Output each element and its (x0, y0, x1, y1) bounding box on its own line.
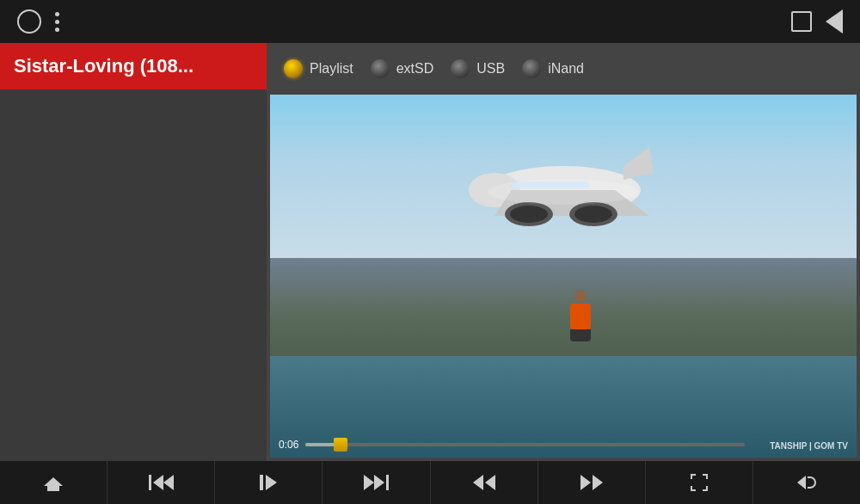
svg-point-9 (488, 179, 639, 205)
fullscreen-icon (691, 474, 708, 491)
person-head (574, 290, 587, 302)
ff-tri-1 (580, 475, 591, 490)
tab-bar: Playlist extSD USB iNand (267, 43, 860, 95)
sidebar: Sistar-Loving (108... (0, 43, 267, 461)
person-legs (570, 329, 591, 341)
skip-fwd-tri (364, 475, 374, 490)
tab-label-inand: iNand (548, 61, 584, 77)
play-pause-button[interactable] (215, 461, 322, 504)
circle-icon (17, 9, 41, 34)
tab-extsd[interactable]: extSD (371, 59, 434, 78)
progress-area[interactable]: 0:06 (279, 439, 745, 451)
home-icon (44, 474, 63, 491)
main-content: Sistar-Loving (108... Playlist extSD USB… (0, 43, 860, 461)
progress-thumb[interactable] (334, 438, 347, 452)
svg-point-5 (510, 206, 548, 223)
tab-led-extsd (371, 59, 390, 78)
watermark-text: TANSHIP | GOM TV (770, 441, 848, 451)
current-time: 0:06 (279, 439, 298, 451)
status-right-icons (791, 9, 843, 34)
person-body (570, 304, 591, 329)
home-button[interactable] (0, 461, 108, 504)
progress-bar[interactable] (305, 443, 745, 446)
pause-bar-1 (260, 475, 263, 490)
ff-tri-2 (593, 475, 603, 490)
fs-corner-tl (691, 474, 696, 479)
fs-corner-bl (691, 486, 696, 491)
tab-led-usb (451, 59, 470, 78)
square-icon (791, 11, 812, 32)
skip-fwd-tri2 (374, 475, 384, 490)
video-watermark: TANSHIP | GOM TV (770, 441, 848, 451)
fast-forward-button[interactable] (538, 461, 646, 504)
svg-point-7 (574, 206, 612, 223)
fs-corner-br (703, 486, 708, 491)
back-nav-icon[interactable] (826, 9, 843, 34)
video-frame: TANSHIP | GOM TV 0:06 (270, 95, 857, 458)
status-left-icons (17, 9, 59, 34)
play-triangle (266, 475, 277, 490)
dots-icon (55, 12, 59, 32)
back-button-icon (797, 476, 816, 489)
sidebar-active-label: Sistar-Loving (108... (14, 55, 253, 77)
sidebar-active-item[interactable]: Sistar-Loving (108... (0, 43, 267, 89)
tab-led-inand (522, 59, 541, 78)
tab-inand[interactable]: iNand (522, 59, 584, 78)
tab-label-extsd: extSD (396, 61, 434, 77)
play-pause-icon (260, 475, 277, 490)
tab-led-playlist (284, 59, 303, 78)
tab-label-playlist: Playlist (310, 61, 353, 77)
skip-fwd-icon (364, 475, 389, 490)
rew-tri-1 (473, 475, 483, 490)
fullscreen-button[interactable] (646, 461, 753, 504)
back-arrow-shape (797, 476, 806, 489)
right-panel: Playlist extSD USB iNand (267, 43, 860, 461)
bottom-control-bar (0, 461, 860, 504)
back-button[interactable] (753, 461, 860, 504)
tab-playlist[interactable]: Playlist (284, 59, 353, 78)
skip-forward-button[interactable] (322, 461, 430, 504)
skip-back-tri2 (163, 475, 174, 490)
rewind-button[interactable] (431, 461, 538, 504)
rew-tri-2 (485, 475, 495, 490)
svg-marker-2 (624, 147, 654, 180)
tab-usb[interactable]: USB (451, 59, 505, 78)
video-player[interactable]: TANSHIP | GOM TV 0:06 (270, 95, 857, 458)
skip-back-icon (149, 475, 174, 490)
tab-label-usb: USB (476, 61, 505, 77)
skip-back-tri (153, 475, 163, 490)
back-curve-shape (808, 476, 816, 489)
airplane-svg (426, 113, 701, 285)
fs-corner-tr (703, 474, 708, 479)
skip-back-button[interactable] (108, 461, 215, 504)
status-bar (0, 0, 860, 43)
fast-forward-icon (580, 475, 603, 490)
rewind-icon (473, 475, 495, 490)
person-figure (570, 290, 591, 341)
